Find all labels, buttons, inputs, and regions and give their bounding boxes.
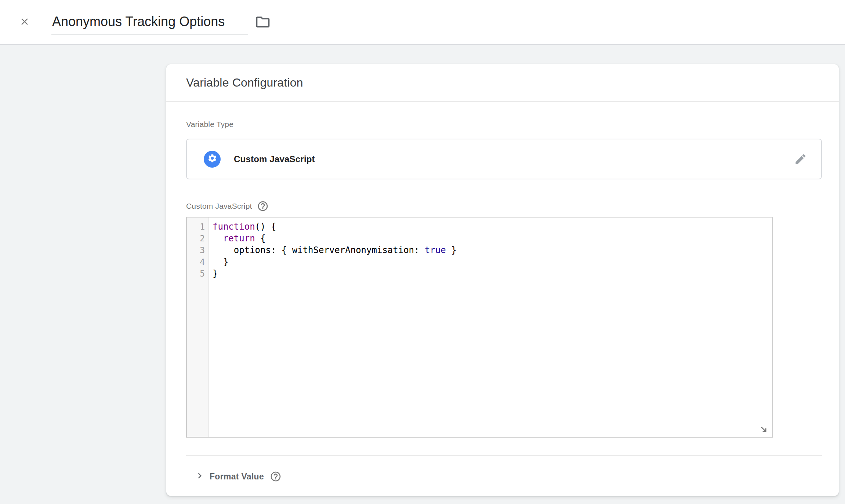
code-line: options: { withServerAnonymisation: true… <box>213 244 772 256</box>
code-token-plain: } <box>213 269 218 279</box>
format-value-row[interactable]: Format Value <box>186 470 822 483</box>
code-line: return { <box>213 233 772 244</box>
resize-handle[interactable] <box>758 424 770 435</box>
code-token-plain: { <box>255 233 266 244</box>
selected-variable-type: Custom JavaScript <box>234 154 315 164</box>
code-line: } <box>213 268 772 280</box>
format-value-label: Format Value <box>210 472 264 482</box>
code-line: function() { <box>213 221 772 233</box>
folder-icon <box>255 26 271 31</box>
variable-type-selector[interactable]: Custom JavaScript <box>186 139 822 179</box>
code-token-plain: () { <box>255 222 276 232</box>
code-token-plain: options: { withServerAnonymisation: <box>213 245 425 255</box>
line-number: 5 <box>187 268 205 280</box>
close-button[interactable] <box>19 16 30 27</box>
gutter: 12345 <box>187 218 208 437</box>
panel-title-row: Variable Configuration <box>166 64 839 102</box>
line-number: 3 <box>187 244 205 256</box>
line-number: 1 <box>187 221 205 233</box>
section-divider <box>186 455 822 456</box>
variable-configuration-panel: Variable Configuration Variable Type Cus… <box>166 64 839 496</box>
line-number: 4 <box>187 256 205 268</box>
code-editor: 12345 function() { return { options: { w… <box>186 217 773 438</box>
edit-variable-type-button[interactable] <box>794 153 807 166</box>
code-line: } <box>213 256 772 268</box>
code-token-plain <box>213 233 223 244</box>
folder-button[interactable] <box>255 14 271 30</box>
format-value-help-button[interactable] <box>270 471 282 482</box>
resize-handle-icon <box>758 430 770 437</box>
custom-js-label: Custom JavaScript <box>186 202 252 211</box>
dialog-header <box>0 0 845 45</box>
chevron-right-icon <box>194 470 205 483</box>
variable-type-label: Variable Type <box>186 120 822 129</box>
gear-icon <box>207 153 217 165</box>
custom-js-help-button[interactable] <box>257 200 269 212</box>
code-lines[interactable]: function() { return { options: { withSer… <box>208 218 772 437</box>
code-token-atom: true <box>425 245 446 255</box>
panel-title: Variable Configuration <box>186 76 303 90</box>
help-icon <box>257 200 269 212</box>
code-token-plain: } <box>213 257 228 267</box>
variable-name-input[interactable] <box>51 13 248 34</box>
line-number: 2 <box>187 233 205 244</box>
code-token-plain: } <box>446 245 457 255</box>
close-icon <box>19 23 30 28</box>
pencil-icon <box>794 161 807 167</box>
variable-type-badge <box>204 151 221 168</box>
help-icon <box>270 471 282 482</box>
custom-js-label-row: Custom JavaScript <box>186 200 822 212</box>
code-token-keyword: return <box>223 233 255 244</box>
panel-body: Variable Type Custom JavaScript <box>166 120 839 483</box>
code-token-keyword: function <box>213 222 255 232</box>
